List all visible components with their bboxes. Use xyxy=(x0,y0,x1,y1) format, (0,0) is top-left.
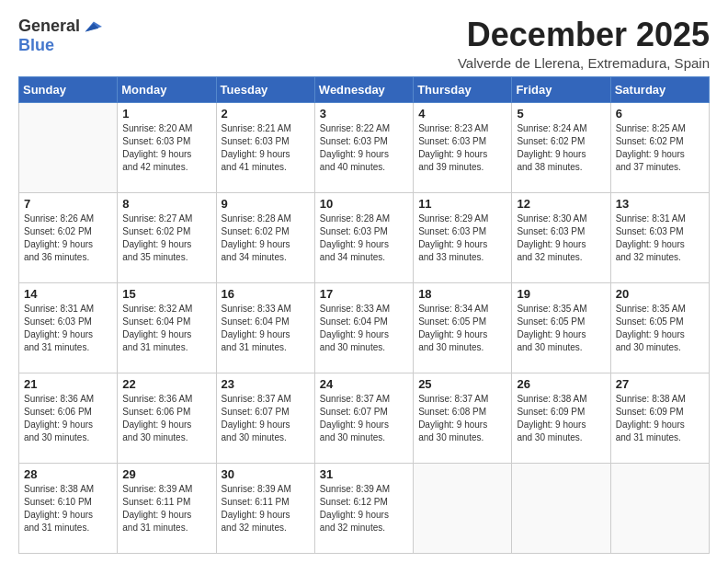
calendar-week-3: 21Sunrise: 8:36 AM Sunset: 6:06 PM Dayli… xyxy=(19,373,710,463)
table-row: 21Sunrise: 8:36 AM Sunset: 6:06 PM Dayli… xyxy=(19,373,118,463)
table-row: 6Sunrise: 8:25 AM Sunset: 6:02 PM Daylig… xyxy=(610,102,709,192)
day-number: 16 xyxy=(222,287,310,301)
day-info: Sunrise: 8:23 AM Sunset: 6:03 PM Dayligh… xyxy=(418,122,506,174)
calendar-table: Sunday Monday Tuesday Wednesday Thursday… xyxy=(18,76,710,554)
day-info: Sunrise: 8:26 AM Sunset: 6:02 PM Dayligh… xyxy=(24,213,112,264)
day-number: 1 xyxy=(122,107,210,121)
day-info: Sunrise: 8:34 AM Sunset: 6:05 PM Dayligh… xyxy=(418,303,506,354)
table-row: 1Sunrise: 8:20 AM Sunset: 6:03 PM Daylig… xyxy=(118,102,216,192)
header-sunday: Sunday xyxy=(19,76,118,102)
day-info: Sunrise: 8:38 AM Sunset: 6:09 PM Dayligh… xyxy=(517,393,605,444)
day-info: Sunrise: 8:32 AM Sunset: 6:04 PM Dayligh… xyxy=(122,303,210,354)
top-section: General Blue December 2025 Valverde de L… xyxy=(18,17,710,71)
header-saturday: Saturday xyxy=(610,76,709,102)
day-info: Sunrise: 8:30 AM Sunset: 6:03 PM Dayligh… xyxy=(517,213,605,264)
day-number: 18 xyxy=(418,287,506,301)
day-number: 3 xyxy=(320,107,408,121)
header-right: December 2025 Valverde de Llerena, Extre… xyxy=(458,17,710,71)
day-number: 24 xyxy=(320,377,408,391)
day-number: 17 xyxy=(320,287,408,301)
day-info: Sunrise: 8:36 AM Sunset: 6:06 PM Dayligh… xyxy=(122,393,210,444)
table-row: 26Sunrise: 8:38 AM Sunset: 6:09 PM Dayli… xyxy=(512,373,610,463)
table-row: 16Sunrise: 8:33 AM Sunset: 6:04 PM Dayli… xyxy=(216,282,314,373)
table-row: 11Sunrise: 8:29 AM Sunset: 6:03 PM Dayli… xyxy=(414,192,512,282)
day-info: Sunrise: 8:31 AM Sunset: 6:03 PM Dayligh… xyxy=(24,303,112,354)
table-row xyxy=(512,463,610,553)
table-row: 29Sunrise: 8:39 AM Sunset: 6:11 PM Dayli… xyxy=(118,463,216,553)
table-row: 31Sunrise: 8:39 AM Sunset: 6:12 PM Dayli… xyxy=(314,463,413,553)
calendar-week-4: 28Sunrise: 8:38 AM Sunset: 6:10 PM Dayli… xyxy=(19,463,710,553)
day-info: Sunrise: 8:39 AM Sunset: 6:12 PM Dayligh… xyxy=(320,483,408,534)
day-info: Sunrise: 8:21 AM Sunset: 6:03 PM Dayligh… xyxy=(222,122,310,174)
table-row: 8Sunrise: 8:27 AM Sunset: 6:02 PM Daylig… xyxy=(118,192,216,282)
day-info: Sunrise: 8:33 AM Sunset: 6:04 PM Dayligh… xyxy=(320,303,408,354)
day-number: 11 xyxy=(418,197,506,211)
day-number: 2 xyxy=(222,107,310,121)
header-monday: Monday xyxy=(118,76,216,102)
table-row: 5Sunrise: 8:24 AM Sunset: 6:02 PM Daylig… xyxy=(512,102,610,192)
table-row xyxy=(414,463,512,553)
header-friday: Friday xyxy=(512,76,610,102)
table-row: 23Sunrise: 8:37 AM Sunset: 6:07 PM Dayli… xyxy=(216,373,314,463)
table-row: 15Sunrise: 8:32 AM Sunset: 6:04 PM Dayli… xyxy=(118,282,216,373)
table-row: 27Sunrise: 8:38 AM Sunset: 6:09 PM Dayli… xyxy=(610,373,709,463)
day-number: 26 xyxy=(517,377,605,391)
table-row: 13Sunrise: 8:31 AM Sunset: 6:03 PM Dayli… xyxy=(610,192,709,282)
table-row: 14Sunrise: 8:31 AM Sunset: 6:03 PM Dayli… xyxy=(19,282,118,373)
day-info: Sunrise: 8:28 AM Sunset: 6:03 PM Dayligh… xyxy=(320,213,408,264)
table-row: 18Sunrise: 8:34 AM Sunset: 6:05 PM Dayli… xyxy=(414,282,512,373)
day-number: 4 xyxy=(418,107,506,121)
header-tuesday: Tuesday xyxy=(216,76,314,102)
day-info: Sunrise: 8:39 AM Sunset: 6:11 PM Dayligh… xyxy=(122,483,210,534)
logo-icon xyxy=(82,17,102,37)
calendar-header-row: Sunday Monday Tuesday Wednesday Thursday… xyxy=(19,76,710,102)
table-row: 7Sunrise: 8:26 AM Sunset: 6:02 PM Daylig… xyxy=(19,192,118,282)
day-info: Sunrise: 8:37 AM Sunset: 6:07 PM Dayligh… xyxy=(320,393,408,444)
day-number: 20 xyxy=(616,287,704,301)
table-row: 24Sunrise: 8:37 AM Sunset: 6:07 PM Dayli… xyxy=(314,373,413,463)
logo: General Blue xyxy=(18,17,102,55)
day-number: 15 xyxy=(122,287,210,301)
day-number: 30 xyxy=(222,467,310,481)
day-info: Sunrise: 8:33 AM Sunset: 6:04 PM Dayligh… xyxy=(222,303,310,354)
calendar-week-1: 7Sunrise: 8:26 AM Sunset: 6:02 PM Daylig… xyxy=(19,192,710,282)
location: Valverde de Llerena, Extremadura, Spain xyxy=(458,55,710,71)
calendar-week-2: 14Sunrise: 8:31 AM Sunset: 6:03 PM Dayli… xyxy=(19,282,710,373)
day-info: Sunrise: 8:37 AM Sunset: 6:07 PM Dayligh… xyxy=(222,393,310,444)
day-info: Sunrise: 8:20 AM Sunset: 6:03 PM Dayligh… xyxy=(122,122,210,174)
day-number: 9 xyxy=(222,197,310,211)
month-title: December 2025 xyxy=(458,17,710,53)
day-info: Sunrise: 8:22 AM Sunset: 6:03 PM Dayligh… xyxy=(320,122,408,174)
day-number: 28 xyxy=(24,467,112,481)
day-info: Sunrise: 8:27 AM Sunset: 6:02 PM Dayligh… xyxy=(122,213,210,264)
table-row: 12Sunrise: 8:30 AM Sunset: 6:03 PM Dayli… xyxy=(512,192,610,282)
table-row: 17Sunrise: 8:33 AM Sunset: 6:04 PM Dayli… xyxy=(314,282,413,373)
day-number: 29 xyxy=(122,467,210,481)
day-number: 21 xyxy=(24,377,112,391)
day-info: Sunrise: 8:37 AM Sunset: 6:08 PM Dayligh… xyxy=(418,393,506,444)
day-info: Sunrise: 8:35 AM Sunset: 6:05 PM Dayligh… xyxy=(616,303,704,354)
day-info: Sunrise: 8:24 AM Sunset: 6:02 PM Dayligh… xyxy=(517,122,605,174)
day-info: Sunrise: 8:25 AM Sunset: 6:02 PM Dayligh… xyxy=(616,122,704,174)
day-number: 5 xyxy=(517,107,605,121)
logo-blue: Blue xyxy=(18,36,54,54)
header-wednesday: Wednesday xyxy=(314,76,413,102)
logo-general: General xyxy=(18,17,80,36)
table-row xyxy=(19,102,118,192)
table-row xyxy=(610,463,709,553)
table-row: 9Sunrise: 8:28 AM Sunset: 6:02 PM Daylig… xyxy=(216,192,314,282)
table-row: 4Sunrise: 8:23 AM Sunset: 6:03 PM Daylig… xyxy=(414,102,512,192)
table-row: 2Sunrise: 8:21 AM Sunset: 6:03 PM Daylig… xyxy=(216,102,314,192)
day-number: 10 xyxy=(320,197,408,211)
table-row: 30Sunrise: 8:39 AM Sunset: 6:11 PM Dayli… xyxy=(216,463,314,553)
page: General Blue December 2025 Valverde de L… xyxy=(0,0,728,563)
table-row: 10Sunrise: 8:28 AM Sunset: 6:03 PM Dayli… xyxy=(314,192,413,282)
day-number: 31 xyxy=(320,467,408,481)
day-info: Sunrise: 8:39 AM Sunset: 6:11 PM Dayligh… xyxy=(222,483,310,534)
day-info: Sunrise: 8:31 AM Sunset: 6:03 PM Dayligh… xyxy=(616,213,704,264)
day-info: Sunrise: 8:29 AM Sunset: 6:03 PM Dayligh… xyxy=(418,213,506,264)
day-info: Sunrise: 8:38 AM Sunset: 6:09 PM Dayligh… xyxy=(616,393,704,444)
day-info: Sunrise: 8:28 AM Sunset: 6:02 PM Dayligh… xyxy=(222,213,310,264)
day-number: 25 xyxy=(418,377,506,391)
day-info: Sunrise: 8:36 AM Sunset: 6:06 PM Dayligh… xyxy=(24,393,112,444)
